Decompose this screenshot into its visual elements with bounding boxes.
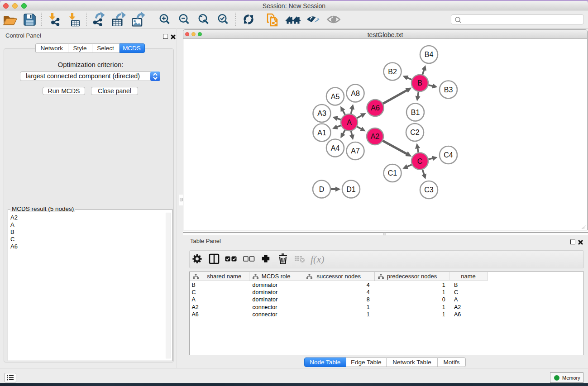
- svg-text:B2: B2: [388, 68, 397, 76]
- svg-text:C3: C3: [424, 186, 434, 194]
- svg-text:B3: B3: [444, 86, 453, 94]
- svg-text:A6: A6: [371, 104, 380, 112]
- svg-text:A3: A3: [317, 110, 326, 117]
- svg-text:D1: D1: [346, 186, 356, 193]
- svg-text:C1: C1: [388, 169, 397, 177]
- svg-text:A4: A4: [331, 144, 340, 152]
- svg-text:C: C: [417, 157, 423, 165]
- svg-text:A: A: [347, 119, 352, 126]
- svg-text:A1: A1: [317, 129, 326, 137]
- svg-text:A5: A5: [331, 93, 340, 100]
- svg-text:B1: B1: [411, 109, 420, 116]
- svg-text:f(x): f(x): [311, 253, 325, 265]
- svg-text:B: B: [417, 79, 422, 87]
- svg-text:B4: B4: [425, 51, 434, 58]
- svg-text:A2: A2: [371, 133, 380, 140]
- svg-text:C2: C2: [410, 129, 420, 136]
- svg-text:A8: A8: [351, 90, 360, 97]
- svg-text:C4: C4: [444, 151, 453, 159]
- svg-text:A7: A7: [351, 147, 360, 155]
- svg-text:D: D: [319, 186, 325, 193]
